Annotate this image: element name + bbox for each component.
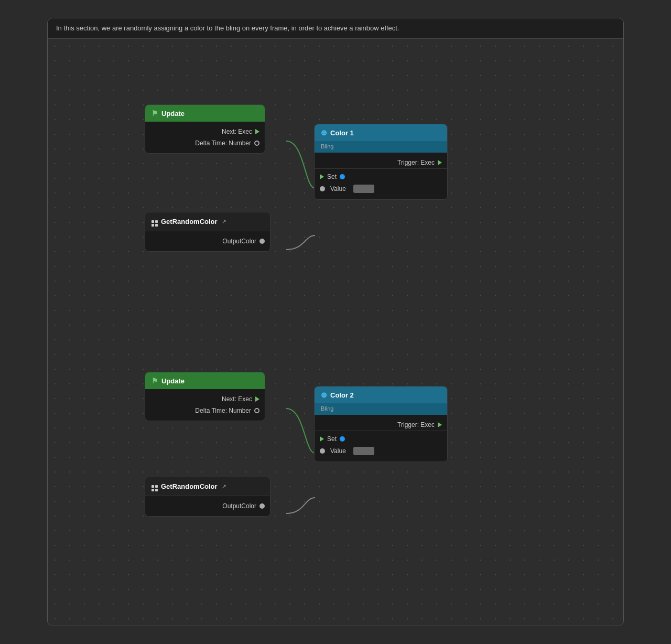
color1-value-row: Value xyxy=(315,183,447,195)
update-node-2-title: Update xyxy=(161,377,185,385)
color-node-1-body: Trigger: Exec Set Value xyxy=(315,153,447,199)
color1-trigger-port xyxy=(438,160,442,165)
color2-set-label: Set xyxy=(327,435,337,443)
update1-delta-port xyxy=(254,141,259,146)
color-node-1-header: ⊕ Color 1 xyxy=(315,124,447,141)
tooltip-text: In this section, we are randomly assigni… xyxy=(56,24,399,32)
getrandom-node-2-body: OutputColor xyxy=(145,496,270,516)
update2-delta-row: Delta Time: Number xyxy=(145,405,265,416)
update-node-1[interactable]: ⚑ Update Next: Exec Delta Time: Number xyxy=(145,104,265,154)
getrandom2-output-label: OutputColor xyxy=(222,502,256,510)
color-node-1-sub: Bling xyxy=(315,141,447,153)
update2-next-row: Next: Exec xyxy=(145,393,265,405)
update2-delta-label: Delta Time: Number xyxy=(195,407,251,414)
color1-trigger-label: Trigger: Exec xyxy=(397,159,435,166)
color1-set-port-left xyxy=(320,174,324,179)
update-node-1-title: Update xyxy=(161,110,185,117)
color1-value-swatch xyxy=(353,185,374,193)
update1-next-label: Next: Exec xyxy=(222,128,252,135)
getrandom-node-2-header: GetRandomColor ↗ xyxy=(145,477,270,496)
getrandom-node-1-header: GetRandomColor ↗ xyxy=(145,212,270,231)
getrandom2-output-row: OutputColor xyxy=(145,500,270,512)
color2-trigger-label: Trigger: Exec xyxy=(397,421,435,428)
grid-icon-2 xyxy=(151,481,158,491)
color2-value-port xyxy=(320,448,325,454)
color1-trigger-row: Trigger: Exec xyxy=(315,157,447,169)
color-node-2[interactable]: ⊕ Color 2 Bling Trigger: Exec Set Val xyxy=(314,386,448,462)
color2-set-row: Set xyxy=(315,433,447,445)
color2-set-port-left xyxy=(320,436,324,442)
getrandom-node-2[interactable]: GetRandomColor ↗ OutputColor xyxy=(145,477,270,517)
plus-icon-2: ⊕ xyxy=(321,391,327,399)
grid-icon-1 xyxy=(151,217,158,227)
update-node-1-body: Next: Exec Delta Time: Number xyxy=(145,122,265,153)
color-node-2-sub: Bling xyxy=(315,403,447,415)
color-node-2-title: Color 2 xyxy=(330,391,354,399)
color2-value-swatch xyxy=(353,447,374,455)
color1-value-label: Value xyxy=(330,185,346,192)
color2-value-label: Value xyxy=(330,447,346,455)
update-node-2-header: ⚑ Update xyxy=(145,372,265,389)
update2-delta-port xyxy=(254,408,259,413)
getrandom2-output-port xyxy=(259,503,265,509)
expand-icon-2: ↗ xyxy=(222,484,226,489)
update1-delta-label: Delta Time: Number xyxy=(195,139,251,147)
update-node-1-header: ⚑ Update xyxy=(145,105,265,122)
getrandom1-output-label: OutputColor xyxy=(222,238,256,245)
getrandom1-output-row: OutputColor xyxy=(145,235,270,247)
color-node-1[interactable]: ⊕ Color 1 Bling Trigger: Exec Set Val xyxy=(314,124,448,200)
update-node-2-body: Next: Exec Delta Time: Number xyxy=(145,389,265,421)
color1-set-label: Set xyxy=(327,173,337,180)
color2-set-port-blue xyxy=(340,436,345,442)
update1-delta-row: Delta Time: Number xyxy=(145,137,265,149)
main-container: In this section, we are randomly assigni… xyxy=(47,18,624,626)
getrandom-node-1-title: GetRandomColor xyxy=(161,218,218,226)
color1-set-port-blue xyxy=(340,174,345,179)
color2-value-row: Value xyxy=(315,445,447,457)
getrandom-node-2-title: GetRandomColor xyxy=(161,482,218,490)
canvas-area[interactable]: ⚑ Update Next: Exec Delta Time: Number xyxy=(48,39,623,626)
expand-icon-1: ↗ xyxy=(222,219,226,224)
color2-trigger-port xyxy=(438,422,442,427)
color-node-1-title: Color 1 xyxy=(330,129,354,137)
plus-icon-1: ⊕ xyxy=(321,128,327,137)
update2-next-label: Next: Exec xyxy=(222,395,252,403)
getrandom-node-1[interactable]: GetRandomColor ↗ OutputColor xyxy=(145,212,270,252)
color-node-2-header: ⊕ Color 2 xyxy=(315,387,447,403)
update-node-2[interactable]: ⚑ Update Next: Exec Delta Time: Number xyxy=(145,372,265,421)
tooltip-bar: In this section, we are randomly assigni… xyxy=(48,18,623,39)
color-node-2-body: Trigger: Exec Set Value xyxy=(315,415,447,461)
color1-value-port xyxy=(320,186,325,191)
flag-icon-1: ⚑ xyxy=(151,109,158,117)
getrandom1-output-port xyxy=(259,239,265,244)
flag-icon-2: ⚑ xyxy=(151,377,158,385)
color1-set-row: Set xyxy=(315,171,447,183)
update1-next-row: Next: Exec xyxy=(145,126,265,137)
color2-trigger-row: Trigger: Exec xyxy=(315,419,447,431)
update1-next-port xyxy=(255,129,259,134)
update2-next-port xyxy=(255,396,259,402)
getrandom-node-1-body: OutputColor xyxy=(145,231,270,251)
